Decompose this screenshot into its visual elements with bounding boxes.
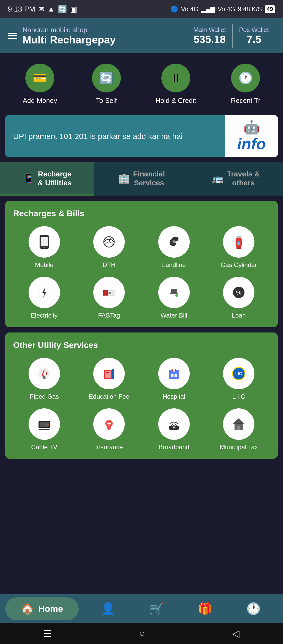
icon-item-municipal-tax[interactable]: Municipal Tax — [208, 408, 270, 451]
icon-item-lic[interactable]: LIC L I C — [208, 358, 270, 401]
battery-badge: 49 — [265, 5, 275, 13]
svg-text:LIC: LIC — [235, 371, 242, 376]
svg-text:💧: 💧 — [236, 241, 241, 246]
tab-icon-recharge: 📱 — [23, 173, 35, 184]
nav-item-profile[interactable]: 👤 — [101, 602, 115, 615]
svg-rect-28 — [171, 368, 177, 369]
svg-rect-24 — [106, 374, 109, 374]
icon-item-education-fee[interactable]: Education Fee — [78, 358, 140, 401]
recharges-grid: Mobile DTH Landline 💧 Gas Cylinder Elect… — [13, 226, 270, 319]
icon-circle-broadband — [158, 408, 190, 440]
svg-point-37 — [47, 424, 49, 425]
wallet-info: Main Wallet 535.18 Pos Wallet 7.5 — [187, 24, 275, 48]
sys-menu-button[interactable]: ☰ — [43, 628, 52, 639]
icon-item-water-bill[interactable]: Water Bill — [143, 277, 205, 319]
icon-label-mobile: Mobile — [35, 261, 53, 269]
icon-circle-municipal-tax — [223, 408, 254, 440]
icon-item-piped-gas[interactable]: Piped Gas — [13, 358, 75, 401]
svg-rect-36 — [39, 429, 50, 430]
main-wallet: Main Wallet 535.18 — [187, 24, 232, 48]
icon-circle-water-bill — [158, 277, 190, 308]
icon-item-loan[interactable]: % Loan — [208, 277, 270, 319]
icon-item-hospital[interactable]: Hospital — [143, 358, 205, 401]
info-logo: info — [237, 135, 266, 153]
utility-grid: Piped Gas Education Fee Hospital LIC L I… — [13, 358, 270, 451]
quick-action-hold-credit[interactable]: ⏸ Hold & Credit — [155, 64, 196, 105]
tab-label-financial: FinancialServices — [133, 170, 165, 187]
icon-circle-piped-gas — [29, 358, 60, 389]
quick-action-label-add-money: Add Money — [23, 97, 57, 105]
pos-wallet-label: Pos Wallet — [239, 26, 269, 34]
nav-item-cart[interactable]: 🛒 — [149, 602, 164, 615]
svg-rect-22 — [112, 369, 114, 379]
banner-text: UPI prament 101 201 is parkar se add kar… — [5, 123, 225, 150]
quick-action-to-self[interactable]: 🔄 To Self — [92, 64, 121, 105]
icon-circle-cable-tv — [29, 408, 60, 440]
app-header: Nandran mobile shop Multi Rechargepay Ma… — [0, 18, 283, 53]
icon-item-cable-tv[interactable]: Cable TV — [13, 408, 75, 451]
recharges-title: Recharges & Bills — [13, 209, 270, 218]
icon-label-broadband: Broadband — [159, 443, 189, 451]
sys-home-button[interactable]: ○ — [139, 628, 145, 639]
quick-action-add-money[interactable]: 💳 Add Money — [23, 64, 57, 105]
svg-rect-1 — [41, 237, 48, 246]
home-icon: 🏠 — [21, 603, 34, 615]
drive-icon: ▲ — [47, 5, 55, 13]
tab-label-recharge: Recharge& Utilities — [38, 170, 72, 187]
signal-text: Vo 4G — [181, 5, 199, 13]
quick-action-icon-hold-credit: ⏸ — [161, 64, 190, 92]
icon-item-gas-cylinder[interactable]: 💧 Gas Cylinder — [208, 226, 270, 269]
icon-circle-landline — [158, 226, 190, 258]
icon-label-loan: Loan — [232, 312, 246, 319]
icon-label-municipal-tax: Municipal Tax — [220, 443, 258, 451]
icon-item-electricity[interactable]: Electricity — [13, 277, 75, 319]
tab-travels[interactable]: 🚌 Travels &others — [189, 162, 283, 196]
icon-circle-education-fee — [93, 358, 125, 389]
quick-action-recent-tr[interactable]: 🕐 Recent Tr — [231, 64, 260, 105]
sync-icon: 🔄 — [58, 5, 67, 14]
status-bar: 9:13 PM ✉ ▲ 🔄 ▣ 🔵 Vo 4G ▂▄▆ Vo 4G 9:48 K… — [0, 0, 283, 18]
svg-point-2 — [43, 247, 45, 248]
icon-item-dth[interactable]: DTH — [78, 226, 140, 269]
tab-recharge[interactable]: 📱 Recharge& Utilities — [0, 162, 94, 196]
main-wallet-label: Main Wallet — [193, 26, 226, 34]
icon-item-fastag[interactable]: TAG FASTag — [78, 277, 140, 319]
quick-action-label-hold-credit: Hold & Credit — [155, 97, 196, 105]
misc-icon: ▣ — [70, 5, 77, 14]
icon-item-broadband[interactable]: Broadband — [143, 408, 205, 451]
pos-wallet: Pos Wallet 7.5 — [232, 24, 275, 48]
icon-label-education-fee: Education Fee — [89, 393, 129, 401]
icon-item-insurance[interactable]: Insurance — [78, 408, 140, 451]
icon-circle-loan: % — [223, 277, 254, 308]
icon-item-mobile[interactable]: Mobile — [13, 226, 75, 269]
home-button[interactable]: 🏠 Home — [5, 597, 79, 620]
sys-back-button[interactable]: ◁ — [232, 628, 240, 639]
bottom-navigation: 🏠 Home 👤🛒🎁🕐 — [0, 594, 283, 623]
tab-icon-travels: 🚌 — [212, 173, 224, 184]
icon-circle-electricity — [29, 277, 60, 308]
icon-label-dth: DTH — [103, 261, 116, 269]
icon-label-gas-cylinder: Gas Cylinder — [221, 261, 257, 269]
icon-circle-insurance — [93, 408, 125, 440]
quick-action-label-recent-tr: Recent Tr — [231, 97, 260, 105]
nav-item-history[interactable]: 🕐 — [246, 602, 261, 615]
svg-rect-29 — [171, 374, 173, 377]
status-right: 🔵 Vo 4G ▂▄▆ Vo 4G 9:48 K/S 49 — [171, 5, 275, 13]
network-speed: 9:48 K/S — [238, 5, 262, 13]
promo-banner: UPI prament 101 201 is parkar se add kar… — [5, 115, 278, 157]
pos-wallet-value: 7.5 — [239, 34, 269, 45]
recharges-section: Recharges & Bills Mobile DTH Landline 💧 … — [5, 201, 278, 327]
tab-financial[interactable]: 🏢 FinancialServices — [94, 162, 189, 196]
icon-circle-hospital — [158, 358, 190, 389]
system-navigation: ☰ ○ ◁ — [0, 623, 283, 644]
icon-label-fastag: FASTag — [98, 312, 120, 319]
utility-section: Other Utility Services Piped Gas Educati… — [5, 332, 278, 459]
menu-button[interactable] — [8, 33, 17, 39]
svg-rect-44 — [235, 423, 243, 424]
icon-label-electricity: Electricity — [31, 312, 58, 319]
nav-item-gift[interactable]: 🎁 — [198, 602, 212, 615]
status-left: 9:13 PM ✉ ▲ 🔄 ▣ — [8, 5, 77, 14]
icon-item-landline[interactable]: Landline — [143, 226, 205, 269]
icon-label-hospital: Hospital — [162, 393, 185, 401]
tab-icon-financial: 🏢 — [118, 173, 130, 184]
